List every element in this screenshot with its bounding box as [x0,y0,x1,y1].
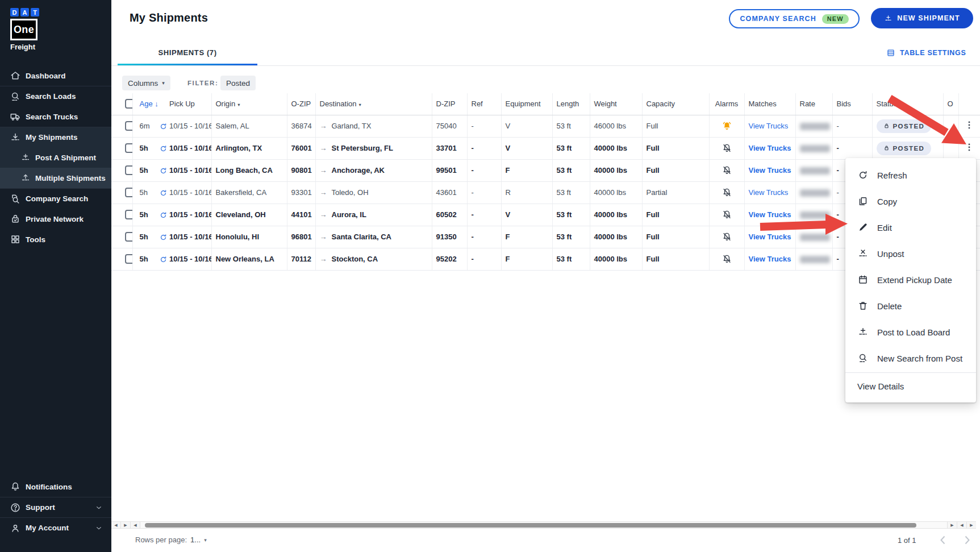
sidebar-item-search-loads[interactable]: Search Loads [0,86,111,106]
sidebar-item-my-account[interactable]: My Account [0,517,111,538]
scroll-left-button[interactable]: ◀ [111,522,121,528]
question-icon [10,502,21,513]
refresh-icon[interactable] [159,167,168,175]
chevron-down-icon[interactable] [94,503,103,512]
cell-capacity: Full [642,159,709,181]
cell-owner [943,137,958,159]
columns-dropdown[interactable]: Columns ▾ [122,76,170,90]
view-trucks-link[interactable]: View Trucks [749,188,789,197]
menu-item-unpost[interactable]: Unpost [845,240,976,267]
menu-item-view-details[interactable]: View Details [845,373,976,399]
shipment-row: 5h10/15 - 10/16Arlington, TX76001→St Pet… [111,137,980,159]
refresh-icon[interactable] [159,255,168,264]
bell-off-icon[interactable] [722,143,732,153]
sidebar-item-multiple-shipments[interactable]: Multiple Shipments [0,168,111,188]
scrollbar-track[interactable] [140,522,947,528]
column-header-menu [958,93,980,115]
row-checkbox[interactable] [125,121,132,131]
row-checkbox[interactable] [125,165,132,175]
sidebar-item-tools[interactable]: Tools [0,229,111,250]
row-checkbox[interactable] [125,254,132,264]
row-checkbox[interactable] [125,210,132,219]
menu-item-refresh[interactable]: Refresh [845,162,976,188]
context-menu-items: RefreshCopyEditUnpostExtend Pickup DateD… [845,162,976,371]
cell-age: 5h [132,137,158,159]
one-logo: One [10,19,37,40]
sidebar-item-company-search[interactable]: Company Search [0,188,111,209]
caret-down-icon[interactable]: ▾ [204,537,207,543]
scroll-right-button[interactable]: ▶ [966,522,976,528]
new-shipment-label: NEW SHIPMENT [897,14,960,22]
kebab-menu-icon[interactable] [964,142,974,152]
company-search-button[interactable]: COMPANY SEARCH NEW [729,9,860,28]
sidebar-item-my-shipments[interactable]: My Shipments [0,127,111,147]
cell-check [111,248,132,270]
refresh-icon[interactable] [159,233,168,242]
column-header-age[interactable]: Age ↓ [132,93,158,115]
view-trucks-link[interactable]: View Trucks [749,166,791,175]
select-all-checkbox[interactable] [125,99,132,109]
column-header-destination[interactable]: Destination▾ [315,93,432,115]
scroll-right-button[interactable]: ▶ [121,522,131,528]
cell-pickup: 10/15 - 10/16 [168,137,211,159]
chevron-down-icon[interactable] [94,524,103,533]
view-trucks-link[interactable]: View Trucks [749,210,791,219]
menu-item-label: New Search from Post [877,354,962,363]
column-header-origin[interactable]: Origin▾ [211,93,287,115]
caret-down-icon: ▾ [237,102,240,107]
bell-ring-icon[interactable] [722,121,732,131]
row-checkbox[interactable] [125,188,132,197]
cell-ozip: 90801 [287,159,315,181]
table-settings-icon [886,48,895,57]
menu-item-copy[interactable]: Copy [845,188,976,214]
rows-per-page-select[interactable]: 1... [190,536,201,544]
tab-shipments[interactable]: SHIPMENTS (7) [118,45,257,65]
scroll-left-button[interactable]: ◀ [131,522,140,528]
table-settings-button[interactable]: TABLE SETTINGS [886,48,966,57]
menu-item-extend-pickup-date[interactable]: Extend Pickup Date [845,267,976,293]
column-header-check[interactable] [111,93,132,115]
sidebar-item-notifications[interactable]: Notifications [0,476,111,497]
previous-page-button[interactable] [936,533,950,547]
sidebar-item-support[interactable]: Support [0,497,111,517]
menu-item-edit[interactable]: Edit [845,214,976,240]
caret-down-icon: ▾ [162,80,165,86]
sidebar-item-post-a-shipment[interactable]: Post A Shipment [0,147,111,168]
view-trucks-link[interactable]: View Trucks [749,233,791,241]
refresh-icon[interactable] [159,122,168,131]
scroll-right-button[interactable]: ▶ [947,522,957,528]
new-shipment-button[interactable]: NEW SHIPMENT [871,8,973,28]
cell-refresh [158,226,168,248]
view-trucks-link[interactable]: View Trucks [749,144,791,152]
cell-ref: - [467,204,501,226]
sidebar-item-search-trucks[interactable]: Search Trucks [0,106,111,127]
sidebar-item-private-network[interactable]: Private Network [0,209,111,229]
refresh-icon[interactable] [159,211,168,219]
scroll-left-button[interactable]: ◀ [957,522,966,528]
refresh-icon[interactable] [159,189,168,197]
post-plus-icon [20,152,31,163]
row-checkbox[interactable] [125,232,132,242]
bell-off-icon[interactable] [722,231,732,242]
column-header-label: Origin [216,99,236,108]
menu-item-new-search-from-post[interactable]: New Search from Post [845,345,976,371]
kebab-menu-icon[interactable] [964,120,974,130]
lock-small-icon [883,123,890,129]
next-page-button[interactable] [960,533,974,547]
view-trucks-link[interactable]: View Trucks [749,122,789,130]
filter-chip-posted[interactable]: Posted [220,76,256,90]
bell-off-icon[interactable] [722,165,732,176]
scrollbar-thumb[interactable] [145,523,916,528]
view-trucks-link[interactable]: View Trucks [749,255,791,263]
menu-item-delete[interactable]: Delete [845,293,976,319]
refresh-icon[interactable] [159,144,168,153]
cell-length: 53 ft [552,181,590,204]
sidebar-item-dashboard[interactable]: Dashboard [0,65,111,86]
sidebar-item-label: Notifications [26,483,72,491]
row-checkbox[interactable] [125,143,132,153]
menu-item-post-to-load-board[interactable]: Post to Load Board [845,319,976,345]
bell-off-icon[interactable] [722,254,732,264]
truck-icon [10,111,21,122]
bell-off-icon[interactable] [722,187,732,198]
bell-off-icon[interactable] [722,209,732,220]
